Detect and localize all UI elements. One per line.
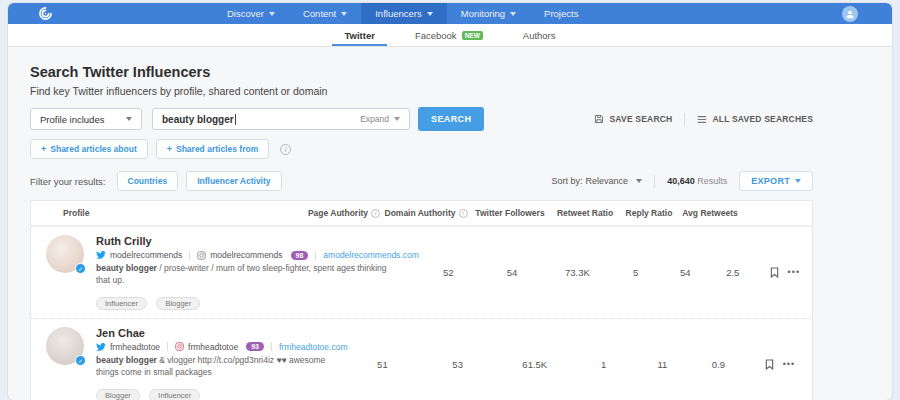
row-actions: ••• (748, 359, 812, 370)
column-avg-retweets: Avg Retweets (678, 208, 742, 218)
tab-bar: Twitter Facebook NEW Authors (8, 24, 892, 47)
info-icon[interactable]: i (371, 209, 380, 218)
profile-avatar[interactable]: ✓ (46, 235, 84, 273)
search-input[interactable]: beauty blogger Expand (152, 108, 410, 130)
twitter-handle-link[interactable]: modelrecommends (96, 250, 182, 260)
nav-item-projects[interactable]: Projects (530, 3, 592, 24)
plus-icon: + (41, 144, 46, 154)
info-icon[interactable]: i (280, 144, 291, 155)
all-saved-searches-label: ALL SAVED SEARCHES (712, 114, 813, 124)
instagram-handle-link[interactable]: frmheadtotoe 93 (175, 342, 264, 352)
score-badge: 98 (291, 251, 309, 260)
save-icon (594, 114, 604, 124)
divider (684, 113, 685, 126)
select-value: Profile includes (40, 114, 104, 125)
tab-twitter[interactable]: Twitter (332, 24, 386, 46)
save-search-button[interactable]: SAVE SEARCH (594, 114, 672, 124)
bookmark-icon[interactable] (765, 359, 774, 370)
profile-avatar[interactable]: ✓ (46, 327, 84, 365)
column-reply-ratio: Reply Ratio (620, 208, 678, 218)
nav-item-content[interactable]: Content (289, 3, 361, 24)
nav-label: Influencers (375, 8, 421, 19)
influencer-activity-filter-button[interactable]: Influencer Activity (186, 171, 281, 191)
page-authority-value: 52 (419, 267, 478, 278)
divider (315, 251, 316, 260)
chevron-down-icon (427, 12, 433, 16)
filter-row: Filter your results: Countries Influence… (30, 171, 813, 191)
followers-value: 61.5K (498, 359, 571, 370)
bio-highlight: beauty blogger (96, 263, 157, 273)
twitter-handle-link[interactable]: frmheadtotoe (96, 342, 160, 352)
profile-includes-select[interactable]: Profile includes (30, 108, 142, 130)
tags-row: Influencer Blogger (96, 292, 419, 310)
nav-item-monitoring[interactable]: Monitoring (447, 3, 530, 24)
column-domain-authority: Domain Authority i (382, 208, 470, 218)
user-avatar[interactable] (842, 6, 858, 22)
tag-pill[interactable]: Blogger (156, 297, 200, 310)
export-button[interactable]: EXPORT (739, 171, 813, 191)
nav-label: Discover (227, 8, 264, 19)
chevron-down-icon (394, 117, 400, 121)
export-label: EXPORT (751, 176, 790, 186)
instagram-handle-link[interactable]: modelrecommends 98 (197, 250, 308, 260)
chevron-down-icon (269, 12, 275, 16)
search-row: Profile includes beauty blogger Expand S… (30, 107, 813, 131)
sort-by-dropdown[interactable]: Sort by: Relevance (552, 176, 643, 186)
influencer-name[interactable]: Ruth Crilly (96, 235, 419, 247)
chevron-down-icon (795, 179, 801, 183)
table-row: ✓ Jen Chae frmheadtotoe frm (31, 318, 812, 400)
bookmark-icon[interactable] (770, 267, 779, 278)
app-window: Discover Content Influencers Monitoring … (8, 3, 892, 400)
all-saved-searches-button[interactable]: ALL SAVED SEARCHES (697, 114, 813, 124)
profile-cell: ✓ Ruth Crilly modelrecommends (31, 235, 419, 310)
retweet-ratio-value: 5 (608, 267, 662, 278)
tab-label: Twitter (344, 30, 374, 41)
page-subtitle: Find key Twitter influencers by profile,… (30, 85, 813, 97)
handles-row: frmheadtotoe frmheadtotoe 93 frmheadtoto… (96, 342, 348, 352)
shared-articles-about-button[interactable]: + Shared articles about (30, 139, 148, 159)
instagram-handle: modelrecommends (210, 250, 282, 260)
divider (167, 342, 168, 351)
influencer-name[interactable]: Jen Chae (96, 327, 348, 339)
column-twitter-followers: Twitter Followers (470, 208, 550, 218)
tag-pill[interactable]: Influencer (96, 297, 147, 310)
info-icon[interactable]: i (459, 209, 468, 218)
website-link[interactable]: frmheadtotoe.com (279, 342, 348, 352)
nav-item-influencers[interactable]: Influencers (361, 3, 446, 24)
countries-filter-button[interactable]: Countries (117, 171, 179, 191)
divider (654, 175, 655, 188)
search-query-text: beauty blogger (162, 114, 234, 125)
results-number: 40,640 (667, 176, 695, 186)
expand-label: Expand (360, 114, 389, 124)
expand-toggle[interactable]: Expand (360, 114, 400, 124)
more-options-button[interactable]: ••• (783, 359, 795, 369)
button-label: Shared articles from (176, 144, 258, 154)
results-table: Profile Page Authority i Domain Authorit… (30, 200, 813, 400)
column-label: Domain Authority (385, 208, 456, 218)
tag-pill[interactable]: Influencer (149, 389, 200, 400)
tag-pill[interactable]: Blogger (96, 389, 140, 400)
instagram-handle: frmheadtotoe (188, 342, 238, 352)
column-page-authority: Page Authority i (306, 208, 382, 218)
domain-authority-value: 54 (478, 267, 546, 278)
nav-item-discover[interactable]: Discover (213, 3, 289, 24)
reply-ratio-value: 54 (663, 267, 708, 278)
plus-icon: + (167, 144, 172, 154)
retweet-ratio-value: 1 (571, 359, 635, 370)
column-label: Page Authority (308, 208, 368, 218)
tab-authors[interactable]: Authors (511, 24, 568, 46)
search-button[interactable]: SEARCH (418, 107, 484, 131)
table-header: Profile Page Authority i Domain Authorit… (31, 201, 812, 226)
tab-facebook[interactable]: Facebook NEW (403, 24, 495, 46)
avg-retweets-value: 0.9 (689, 359, 748, 370)
results-count: 40,640 Results (667, 176, 727, 186)
verified-badge-icon: ✓ (75, 263, 86, 274)
column-retweet-ratio: Retweet Ratio (550, 208, 620, 218)
buzzsumo-logo-icon[interactable] (38, 6, 53, 21)
chevron-down-icon (341, 12, 347, 16)
shared-articles-from-button[interactable]: + Shared articles from (156, 139, 269, 159)
instagram-icon (175, 342, 184, 351)
more-options-button[interactable]: ••• (788, 267, 800, 277)
score-badge: 93 (246, 342, 264, 351)
website-link[interactable]: amodelrecommends.com (323, 250, 418, 260)
